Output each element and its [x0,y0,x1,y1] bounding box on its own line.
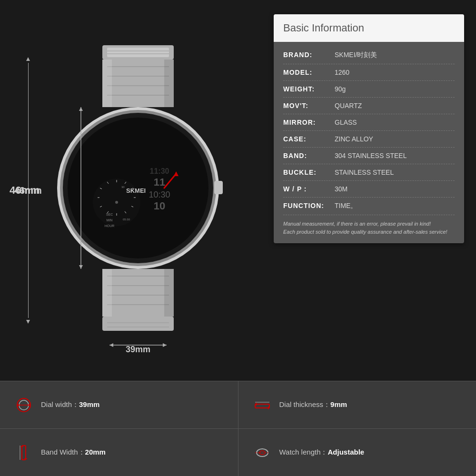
svg-text:11: 11 [154,176,165,188]
svg-rect-48 [164,269,174,317]
spec-value: STAINLESS STEEL [335,169,394,176]
svg-rect-1 [107,48,169,57]
svg-text:SEC: SEC [106,213,113,216]
svg-marker-57 [79,107,83,111]
dial-thickness-text: Dial thickness：9mm [279,400,347,409]
dial-thickness-icon [253,396,272,415]
spec-row: CASE:ZINC ALLOY [283,131,455,148]
stat-dial-thickness: Dial thickness：9mm [238,381,476,428]
dial-width-icon [14,396,33,415]
svg-text:MIN: MIN [107,218,113,222]
spec-row: WEIGHT:90g [283,81,455,98]
spec-row: MODEL:1260 [283,64,455,81]
spec-label: BRAND: [283,51,331,59]
spec-row: MIRROR:GLASS [283,114,455,131]
svg-rect-68 [22,446,26,460]
svg-text:SKMEI: SKMEI [126,187,146,194]
svg-text:10: 10 [154,200,165,212]
band-width-text: Band Width：20mm [41,448,106,457]
spec-row: BUCKLE:STAINLESS STEEL [283,164,455,181]
svg-rect-14 [214,181,223,194]
dim-46mm: 46mm [14,185,42,196]
svg-rect-10 [164,60,174,107]
watch-image: 11:30 11 10:30 10 SKMEI SEC MIN HOUR 30 … [48,38,228,362]
bottom-row-2: Band Width：20mm Watch length：Adjustable [0,428,476,476]
spec-label: BAND: [283,152,331,159]
svg-text:39mm: 39mm [126,345,150,354]
bottom-row-1: Dial width：39mm Dial thickness：9mm [0,381,476,428]
svg-marker-53 [109,343,113,347]
info-card-title: Basic Information [283,22,455,34]
dial-width-text: Dial width：39mm [41,400,99,409]
svg-text:05:30: 05:30 [123,218,130,221]
svg-rect-47 [102,269,112,317]
info-card-header: Basic Information [274,14,464,42]
watch-length-text: Watch length：Adjustable [279,448,365,457]
info-section: Basic Information BRAND:SKMEI/时刻美MODEL:1… [262,0,476,381]
spec-label: MOV'T: [283,102,331,109]
spec-value: QUARTZ [335,102,362,109]
svg-marker-58 [79,265,83,269]
spec-label: BUCKLE: [283,169,331,176]
spec-row: W / P :30M [283,181,455,198]
info-note: Manual measurement, if there is an error… [283,215,455,238]
bottom-bar: Dial width：39mm Dial thickness：9mm [0,381,476,476]
spec-value: TIME。 [335,202,357,210]
band-width-icon [14,443,33,462]
spec-value: 30M [335,185,347,193]
svg-point-29 [115,201,118,204]
spec-label: MODEL: [283,69,331,76]
spec-label: FUNCTION: [283,202,331,209]
svg-text:11:30: 11:30 [150,167,169,175]
svg-text:HOUR: HOUR [105,224,115,228]
svg-rect-49 [102,317,174,331]
info-card-body: BRAND:SKMEI/时刻美MODEL:1260WEIGHT:90gMOV'T… [274,42,464,243]
spec-value: 90g [335,85,346,93]
svg-text:10:30: 10:30 [149,190,170,199]
stat-dial-width: Dial width：39mm [0,381,238,428]
spec-value: 1260 [335,69,349,76]
spec-label: MIRROR: [283,119,331,126]
svg-rect-9 [102,60,112,107]
spec-value: GLASS [335,119,357,126]
svg-marker-54 [163,343,167,347]
spec-value: ZINC ALLOY [335,135,373,143]
spec-row: MOV'T:QUARTZ [283,98,455,114]
spec-row: BAND:304 STAINLESS STEEL [283,148,455,164]
watch-length-icon [253,443,272,462]
spec-label: W / P : [283,185,331,193]
stat-watch-length: Watch length：Adjustable [238,429,476,476]
stat-band-width: Band Width：20mm [0,429,238,476]
svg-rect-64 [255,404,269,408]
main-area: 46mm [0,0,476,381]
spec-row: FUNCTION:TIME。 [283,198,455,215]
svg-text:30: 30 [121,186,125,188]
watch-section: 46mm [0,0,262,381]
spec-value: SKMEI/时刻美 [335,51,377,60]
spec-value: 304 STAINLESS STEEL [335,152,407,159]
info-card: Basic Information BRAND:SKMEI/时刻美MODEL:1… [274,14,464,243]
spec-label: WEIGHT: [283,85,331,93]
spec-row: BRAND:SKMEI/时刻美 [283,47,455,64]
spec-label: CASE: [283,135,331,143]
